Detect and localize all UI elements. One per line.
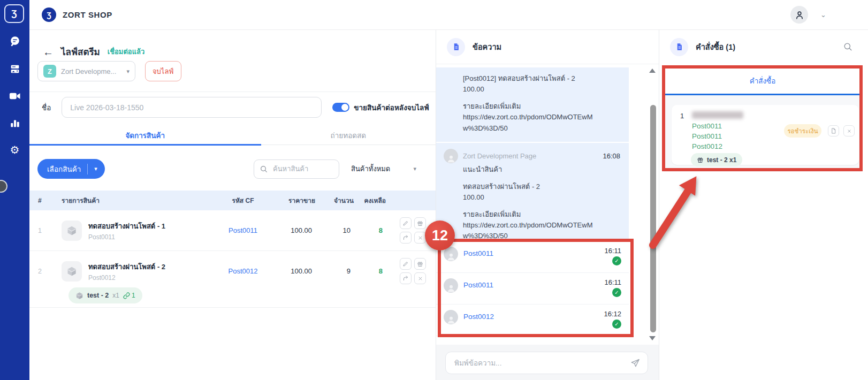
order-document-button[interactable] — [828, 125, 839, 136]
gift-icon — [697, 156, 704, 163]
chat-message-row[interactable]: Post0011 16:11 ✓ — [436, 241, 629, 273]
gift-product-button[interactable] — [414, 258, 426, 270]
chat-message-row[interactable]: Post0011 16:11 ✓ — [436, 273, 629, 305]
chat-title: ข้อความ — [473, 41, 501, 53]
product-price: 100.00 — [266, 267, 315, 275]
message-intro: แนะนำสินค้า — [463, 164, 621, 175]
order-cancel-button[interactable] — [843, 125, 855, 136]
remove-product-button[interactable] — [414, 232, 426, 244]
back-button[interactable]: ← — [43, 47, 54, 57]
end-live-button[interactable]: จบไลฟ์ — [145, 61, 181, 81]
search-icon — [260, 165, 268, 173]
page-avatar: Z — [43, 65, 56, 78]
orders-list: 1 Post0011 Post0011 Post0012 test - 2 x1… — [664, 95, 862, 172]
order-bundle-chip: test - 2 x1 — [691, 153, 742, 166]
stats-nav-icon[interactable] — [0, 117, 29, 129]
toggle-knob — [341, 104, 348, 111]
order-item-link[interactable]: Post0011 — [692, 131, 722, 141]
scroll-up-arrow[interactable] — [649, 69, 656, 73]
post-code-link[interactable]: Post0011 — [463, 247, 604, 257]
order-index: 1 — [680, 112, 684, 120]
zort-logo-tile[interactable]: Ʒ — [4, 4, 24, 23]
brand: Ʒ ZORT SHOP — [42, 7, 112, 22]
post-product-line: ทดสอบสร้างผ่านโพสต์ - 2 — [463, 181, 621, 192]
message-time: 16:08 — [603, 149, 620, 162]
scroll-down-arrow[interactable] — [649, 336, 656, 340]
topbar: Ʒ ZORT SHOP ⌄ — [29, 0, 868, 30]
product-price: 100.00 — [266, 226, 315, 234]
user-avatar[interactable] — [790, 6, 808, 24]
orders-tabbar: คำสั่งซื้อ — [664, 67, 862, 95]
bundle-name: test - 2 — [87, 292, 109, 299]
row-index: 1 — [38, 227, 62, 234]
link-icon — [123, 292, 130, 299]
chevron-down-icon: ▾ — [94, 165, 97, 172]
scrollbar-thumb[interactable] — [650, 105, 656, 332]
remove-product-button[interactable] — [414, 272, 426, 284]
page-selector-dropdown[interactable]: Z Zort Developme... ▾ — [37, 61, 135, 81]
avatar — [444, 247, 458, 261]
tab-orders[interactable]: คำสั่งซื้อ — [750, 75, 776, 87]
details-url[interactable]: w%3D%3D/50 — [463, 231, 621, 241]
chat-nav-icon[interactable] — [0, 35, 29, 47]
divider — [29, 92, 436, 92]
bundle-link-count: 1 — [123, 292, 135, 299]
cube-icon — [75, 292, 83, 300]
order-card[interactable]: 1 Post0011 Post0011 Post0012 test - 2 x1… — [672, 105, 859, 165]
select-products-button[interactable]: เลือกสินค้า ▾ — [37, 159, 105, 179]
account-chevron-down-icon[interactable]: ⌄ — [820, 11, 826, 19]
chat-panel: ข้อความ [Post0012] ทดสอบสร้างผ่านโพสต์ -… — [436, 30, 659, 380]
select-products-label: เลือกสินค้า — [47, 163, 81, 175]
tab-manage-products[interactable]: จัดการสินค้า — [29, 126, 261, 145]
product-sku: Post0011 — [88, 233, 165, 241]
order-bundle-label: test - 2 x1 — [707, 156, 736, 164]
bundle-chip[interactable]: test - 2 x1 1 — [68, 287, 142, 303]
avatar — [444, 149, 458, 163]
orders-panel: คำสั่งซื้อ (1) คำสั่งซื้อ 1 Post0011 Pos… — [659, 30, 868, 380]
product-search — [254, 159, 339, 179]
edit-product-button[interactable] — [400, 258, 412, 270]
cf-code-link[interactable]: Post0011 — [220, 226, 266, 234]
sell-after-live-toggle[interactable] — [332, 103, 349, 112]
order-item-link[interactable]: Post0012 — [692, 141, 722, 151]
page-selector-label: Zort Developme... — [61, 67, 121, 75]
brand-name: ZORT SHOP — [63, 10, 112, 19]
send-icon[interactable] — [630, 358, 640, 368]
share-product-button[interactable] — [400, 232, 412, 244]
product-filter-label: สินค้าทั้งหมด — [351, 163, 390, 174]
gift-product-button[interactable] — [414, 217, 426, 229]
product-remaining: 8 — [354, 226, 394, 234]
video-nav-icon[interactable] — [0, 90, 29, 102]
orders-search-icon[interactable] — [843, 42, 853, 52]
share-product-button[interactable] — [400, 272, 412, 284]
connected-status: เชื่อมต่อแล้ว — [108, 46, 145, 57]
gallery-nav-icon[interactable] — [0, 63, 29, 75]
chevron-down-icon: ▾ — [413, 165, 416, 172]
message-time: 16:11 — [604, 278, 621, 286]
post-code-link[interactable]: Post0012 — [463, 310, 604, 321]
details-url[interactable]: https://dev.zort.co.th/pdom/ODMwOTEwM — [463, 112, 621, 123]
post-code-link[interactable]: Post0011 — [463, 278, 604, 289]
chat-message-row[interactable]: Post0012 16:12 ✓ — [436, 305, 629, 336]
product-quantity: 10 — [315, 226, 354, 234]
live-name-input[interactable] — [62, 97, 322, 118]
product-filter-dropdown[interactable]: สินค้าทั้งหมด ▾ — [347, 159, 421, 179]
details-url[interactable]: w%3D%3D/50 — [463, 123, 621, 134]
button-divider — [87, 164, 88, 174]
edit-product-button[interactable] — [400, 217, 412, 229]
tab-broadcast[interactable]: ถ่ายทอดสด — [261, 126, 436, 145]
settings-nav-icon[interactable]: ⚙ — [0, 145, 29, 155]
row-index: 2 — [38, 268, 62, 275]
cf-code-link[interactable]: Post0012 — [220, 267, 266, 275]
chat-message-input[interactable] — [453, 359, 626, 368]
order-item-link[interactable]: Post0011 — [692, 121, 722, 131]
avatar — [444, 278, 458, 293]
orders-doc-icon — [670, 38, 688, 56]
details-url[interactable]: https://dev.zort.co.th/pdom/ODMwOTEwM — [463, 220, 621, 231]
details-label: รายละเอียดเพิ่มเติม — [463, 101, 621, 112]
success-check-icon: ✓ — [612, 320, 621, 329]
product-search-input[interactable] — [272, 164, 333, 173]
chevron-down-icon: ▾ — [126, 68, 130, 75]
product-name: ทดสอบสร้างผ่านโพสต์ - 1 — [88, 221, 165, 232]
order-status-badge: รอชำระเงิน — [784, 124, 821, 138]
